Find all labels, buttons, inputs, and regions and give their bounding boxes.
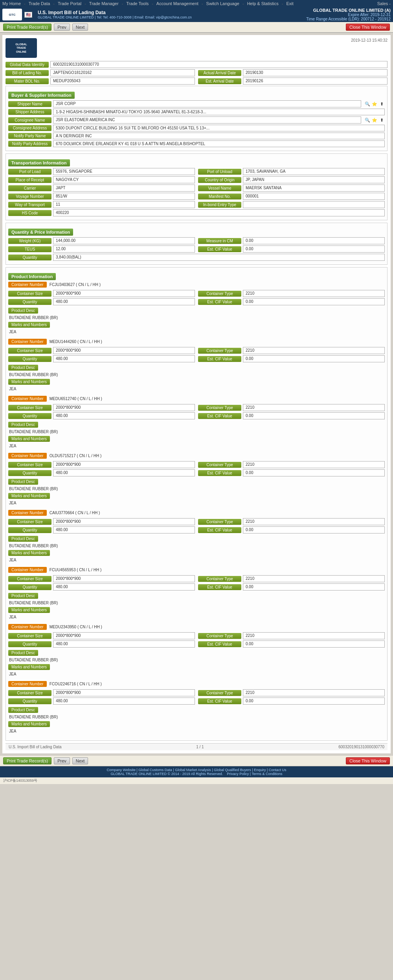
marks-text-1: JEA <box>8 330 385 334</box>
notify-party-row: Notify Party Name A N DERINGER INC <box>8 133 385 139</box>
product-desc-text-5: BUTADIENE RUBBER (BR) <box>8 544 385 548</box>
search-icon[interactable]: 🔍 <box>364 101 371 107</box>
container-number-value-6: FCUU4565953 ( CN / L / HH ) <box>50 568 101 572</box>
product-desc-text-7: BUTADIENE RUBBER (BR) <box>8 658 385 662</box>
footer-link-global-customs-data[interactable]: Global Customs Data <box>138 768 172 772</box>
c-qty-label-1: Quantity <box>8 299 51 305</box>
logo-area: GTC 🇺🇸 <box>2 9 32 20</box>
footer-link-global-qualified-buyers[interactable]: Global Qualified Buyers <box>214 768 251 772</box>
prev-button-top[interactable]: Prev <box>54 24 70 31</box>
content-header: GLOBALTRADEONLINE 2019-12-13 15:40:32 <box>6 38 387 58</box>
vessel-label: Vessel Name <box>198 185 241 191</box>
c-type-label-6: Container Type <box>198 576 241 582</box>
nav-account[interactable]: Account Management <box>156 1 198 6</box>
consignee-search-icon[interactable]: 🔍 <box>364 117 371 123</box>
action-bar-top: Print Trade Record(s) Prev Next Close Th… <box>0 22 393 33</box>
c-size-value-1: 2000*800*900 <box>53 290 195 297</box>
hs-code-label: HS Code <box>8 210 51 216</box>
nav-trade-tools[interactable]: Trade Tools <box>126 1 149 6</box>
c-cif-label-8: Est. CIF Value <box>198 698 241 704</box>
c-size-value-2: 2000*800*900 <box>53 347 195 354</box>
c-type-value-2: 2210 <box>243 347 385 354</box>
footer-link-enquiry[interactable]: Enquiry <box>254 768 266 772</box>
mater-bol-value: MEDUP205043 <box>50 78 195 85</box>
print-button-top[interactable]: Print Trade Record(s) <box>3 24 51 31</box>
policy-link-terms-&-conditions[interactable]: Terms & Conditions <box>252 772 282 776</box>
bol-value: JAPTENGO18120162 <box>50 69 195 76</box>
c-qty-value-8: 480.00 <box>53 698 195 705</box>
weight-value: 144,000.00 <box>53 237 195 244</box>
buyer-supplier-header: Buyer & Supplier Information <box>8 92 75 99</box>
c-size-value-3: 2000*800*900 <box>53 404 195 411</box>
product-desc-badge-4: Product Desc <box>8 479 38 485</box>
container-number-label-7: Container Number <box>11 625 44 629</box>
shipper-name-label: Shipper Name <box>8 101 51 107</box>
c-type-label-5: Container Type <box>198 519 241 525</box>
container-number-value-5: CAIU3770664 ( CN / L / HH ) <box>50 511 100 515</box>
container-item-8: Container Number FCOU2246716 ( CN / L / … <box>8 681 385 733</box>
weight-measure-row: Weight (KG) 144,000.00 Measure in CM 0.0… <box>8 237 385 244</box>
c-type-value-8: 2210 <box>243 689 385 696</box>
next-button-top[interactable]: Next <box>72 24 88 31</box>
container-number-label-6: Container Number <box>11 568 44 572</box>
close-button-bottom[interactable]: Close This Window <box>346 757 390 764</box>
container-item-1: Container Number FCJU3403627 ( CN / L / … <box>8 282 385 334</box>
container-item-4: Container Number OLDU5715217 ( CN / L / … <box>8 453 385 505</box>
c-qty-label-7: Quantity <box>8 641 51 647</box>
timestamp: 2019-12-13 15:40:32 <box>351 38 387 42</box>
quantity-label: Quantity <box>8 255 51 260</box>
container-number-value-4: OLDU5715217 ( CN / L / HH ) <box>50 454 101 458</box>
upload-icon[interactable]: ⬆ <box>378 101 385 107</box>
voyage-manifest-row: Voyage Number 851/W Manifest No. 000001 <box>8 193 385 200</box>
inbond-value <box>243 201 385 208</box>
next-button-bottom[interactable]: Next <box>72 757 88 764</box>
port-unload-label: Port of Unload <box>198 169 241 175</box>
carrier-value: JAPT <box>53 185 195 192</box>
notify-party-value: A N DERINGER INC <box>53 133 385 139</box>
teus-value: 12.00 <box>53 245 195 253</box>
mater-bol-label: Mater BOL No. <box>6 78 49 84</box>
nav-home[interactable]: My Home <box>2 1 21 6</box>
product-desc-badge-7: Product Desc <box>8 650 38 656</box>
consignee-star-icon[interactable]: ⭐ <box>371 117 378 123</box>
product-desc-badge-6: Product Desc <box>8 593 38 599</box>
nav-language[interactable]: Switch Language <box>206 1 239 6</box>
c-qty-value-7: 480.00 <box>53 640 195 648</box>
container-number-badge-6: Container Number <box>8 567 47 573</box>
inbond-label: In-bond Entry Type <box>198 202 241 208</box>
icp-text: 沪ICP备140313059号 <box>3 778 37 783</box>
product-desc-text-4: BUTADIENE RUBBER (BR) <box>8 487 385 491</box>
footer-link-global-market-analysis[interactable]: Global Market Analysis <box>175 768 211 772</box>
print-button-bottom[interactable]: Print Trade Record(s) <box>3 757 51 764</box>
c-qty-label-8: Quantity <box>8 698 51 704</box>
footer-link-company-website[interactable]: Company Website <box>107 768 136 772</box>
c-cif-label-4: Est. CIF Value <box>198 470 241 476</box>
nav-help[interactable]: Help & Statistics <box>247 1 279 6</box>
nav-trade-data[interactable]: Trade Data <box>29 1 50 6</box>
footer-link-contact-us[interactable]: Contact Us <box>269 768 286 772</box>
shipper-address-value: 1-9-2 HIGASHI-SHINBASHI MINATO-KU TOKYO … <box>53 109 385 115</box>
product-desc-text-2: BUTADIENE RUBBER (BR) <box>8 373 385 377</box>
marks-badge-6: Marks and Numbers <box>8 607 50 613</box>
way-transport-value: 11 <box>53 201 195 208</box>
container-number-value-8: FCOU2246716 ( CN / L / HH ) <box>50 682 102 686</box>
content-logo: GLOBALTRADEONLINE <box>6 38 37 58</box>
teus-cif-row: TEUS 12.00 Est. CIF Value 0.00 <box>8 245 385 253</box>
c-qty-value-6: 480.00 <box>53 583 195 591</box>
prev-button-bottom[interactable]: Prev <box>54 757 70 764</box>
nav-trade-manager[interactable]: Trade Manager <box>89 1 119 6</box>
nav-trade-portal[interactable]: Trade Portal <box>58 1 81 6</box>
marks-text-2: JEA <box>8 387 385 391</box>
close-button-top[interactable]: Close This Window <box>346 24 390 31</box>
notify-party-address-label: Notify Party Address <box>8 141 51 147</box>
c-qty-label-6: Quantity <box>8 584 51 590</box>
site-footer: Company Website | Global Customs Data | … <box>0 766 393 777</box>
buyer-supplier-section: Buyer & Supplier Information Shipper Nam… <box>6 86 387 151</box>
page-footer: U.S. Import Bill of Lading Data 1 / 1 60… <box>6 743 387 750</box>
c-qty-value-1: 480.00 <box>53 298 195 305</box>
star-icon[interactable]: ⭐ <box>371 101 378 107</box>
c-size-value-7: 2000*800*900 <box>53 632 195 639</box>
nav-exit[interactable]: Exit <box>286 1 293 6</box>
consignee-upload-icon[interactable]: ⬆ <box>378 117 385 123</box>
policy-link-privacy-policy[interactable]: Privacy Policy <box>227 772 249 776</box>
